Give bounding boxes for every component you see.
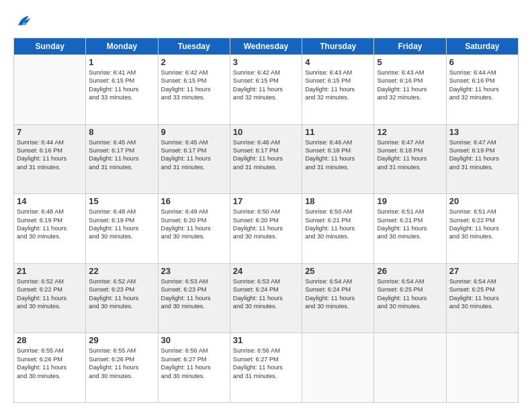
calendar-cell: 24Sunrise: 6:53 AMSunset: 6:24 PMDayligh… bbox=[230, 263, 302, 333]
day-info: Sunrise: 6:46 AMSunset: 6:18 PMDaylight:… bbox=[305, 138, 371, 172]
day-info: Sunrise: 6:55 AMSunset: 6:26 PMDaylight:… bbox=[89, 347, 154, 380]
calendar: SundayMondayTuesdayWednesdayThursdayFrid… bbox=[13, 38, 519, 403]
calendar-cell: 15Sunrise: 6:48 AMSunset: 6:19 PMDayligh… bbox=[86, 194, 158, 264]
calendar-cell: 23Sunrise: 6:53 AMSunset: 6:23 PMDayligh… bbox=[158, 263, 230, 333]
calendar-week-1: 1Sunrise: 6:41 AMSunset: 6:15 PMDaylight… bbox=[14, 55, 519, 125]
day-number: 1 bbox=[89, 57, 154, 67]
day-number: 29 bbox=[89, 335, 154, 345]
page: SundayMondayTuesdayWednesdayThursdayFrid… bbox=[0, 0, 532, 411]
calendar-cell: 17Sunrise: 6:50 AMSunset: 6:20 PMDayligh… bbox=[230, 194, 302, 264]
day-number: 19 bbox=[377, 196, 443, 206]
day-number: 6 bbox=[449, 57, 515, 67]
calendar-header-wednesday: Wednesday bbox=[230, 38, 302, 55]
day-number: 27 bbox=[449, 266, 515, 276]
day-number: 24 bbox=[233, 266, 299, 276]
calendar-header-thursday: Thursday bbox=[302, 38, 374, 55]
day-number: 13 bbox=[449, 127, 515, 137]
calendar-cell: 21Sunrise: 6:52 AMSunset: 6:22 PMDayligh… bbox=[14, 263, 86, 333]
day-info: Sunrise: 6:56 AMSunset: 6:27 PMDaylight:… bbox=[161, 347, 227, 380]
day-info: Sunrise: 6:50 AMSunset: 6:20 PMDaylight:… bbox=[233, 208, 299, 241]
calendar-cell: 18Sunrise: 6:50 AMSunset: 6:21 PMDayligh… bbox=[302, 194, 374, 264]
calendar-cell: 10Sunrise: 6:46 AMSunset: 6:17 PMDayligh… bbox=[230, 124, 302, 194]
logo bbox=[13, 12, 35, 31]
calendar-cell: 27Sunrise: 6:54 AMSunset: 6:25 PMDayligh… bbox=[446, 263, 518, 333]
calendar-cell: 11Sunrise: 6:46 AMSunset: 6:18 PMDayligh… bbox=[302, 124, 374, 194]
day-info: Sunrise: 6:46 AMSunset: 6:17 PMDaylight:… bbox=[233, 138, 299, 172]
calendar-header-monday: Monday bbox=[86, 38, 158, 55]
day-number: 21 bbox=[17, 266, 83, 276]
calendar-cell: 31Sunrise: 6:56 AMSunset: 6:27 PMDayligh… bbox=[230, 333, 302, 403]
day-info: Sunrise: 6:51 AMSunset: 6:22 PMDaylight:… bbox=[449, 208, 515, 241]
calendar-header-row: SundayMondayTuesdayWednesdayThursdayFrid… bbox=[14, 38, 519, 55]
day-number: 31 bbox=[233, 335, 299, 345]
day-info: Sunrise: 6:48 AMSunset: 6:19 PMDaylight:… bbox=[17, 208, 83, 241]
calendar-cell: 7Sunrise: 6:44 AMSunset: 6:16 PMDaylight… bbox=[14, 124, 86, 194]
day-info: Sunrise: 6:48 AMSunset: 6:19 PMDaylight:… bbox=[89, 208, 154, 241]
day-info: Sunrise: 6:45 AMSunset: 6:17 PMDaylight:… bbox=[89, 138, 154, 172]
day-info: Sunrise: 6:44 AMSunset: 6:16 PMDaylight:… bbox=[17, 138, 83, 172]
calendar-cell bbox=[14, 55, 86, 125]
calendar-header-tuesday: Tuesday bbox=[158, 38, 230, 55]
day-number: 9 bbox=[161, 127, 227, 137]
day-number: 3 bbox=[233, 57, 299, 67]
day-number: 12 bbox=[377, 127, 443, 137]
day-number: 7 bbox=[17, 127, 83, 137]
calendar-cell: 20Sunrise: 6:51 AMSunset: 6:22 PMDayligh… bbox=[446, 194, 518, 264]
day-info: Sunrise: 6:49 AMSunset: 6:20 PMDaylight:… bbox=[161, 208, 227, 241]
day-number: 20 bbox=[449, 196, 515, 206]
calendar-cell: 29Sunrise: 6:55 AMSunset: 6:26 PMDayligh… bbox=[86, 333, 158, 403]
calendar-cell: 13Sunrise: 6:47 AMSunset: 6:19 PMDayligh… bbox=[446, 124, 518, 194]
day-info: Sunrise: 6:43 AMSunset: 6:16 PMDaylight:… bbox=[377, 68, 443, 102]
day-number: 4 bbox=[305, 57, 371, 67]
day-info: Sunrise: 6:44 AMSunset: 6:16 PMDaylight:… bbox=[449, 68, 515, 102]
header bbox=[13, 12, 519, 31]
day-number: 22 bbox=[89, 266, 154, 276]
calendar-week-2: 7Sunrise: 6:44 AMSunset: 6:16 PMDaylight… bbox=[14, 124, 519, 194]
day-number: 14 bbox=[17, 196, 83, 206]
day-number: 2 bbox=[161, 57, 227, 67]
calendar-cell: 26Sunrise: 6:54 AMSunset: 6:25 PMDayligh… bbox=[374, 263, 446, 333]
calendar-cell: 3Sunrise: 6:42 AMSunset: 6:15 PMDaylight… bbox=[230, 55, 302, 125]
day-number: 23 bbox=[161, 266, 227, 276]
calendar-cell: 5Sunrise: 6:43 AMSunset: 6:16 PMDaylight… bbox=[374, 55, 446, 125]
calendar-week-3: 14Sunrise: 6:48 AMSunset: 6:19 PMDayligh… bbox=[14, 194, 519, 264]
calendar-cell: 2Sunrise: 6:42 AMSunset: 6:15 PMDaylight… bbox=[158, 55, 230, 125]
day-info: Sunrise: 6:41 AMSunset: 6:15 PMDaylight:… bbox=[89, 68, 154, 102]
day-number: 10 bbox=[233, 127, 299, 137]
day-info: Sunrise: 6:54 AMSunset: 6:25 PMDaylight:… bbox=[449, 277, 515, 311]
day-number: 15 bbox=[89, 196, 154, 206]
calendar-week-5: 28Sunrise: 6:55 AMSunset: 6:26 PMDayligh… bbox=[14, 333, 519, 403]
day-info: Sunrise: 6:42 AMSunset: 6:15 PMDaylight:… bbox=[161, 68, 227, 102]
calendar-cell: 14Sunrise: 6:48 AMSunset: 6:19 PMDayligh… bbox=[14, 194, 86, 264]
day-info: Sunrise: 6:53 AMSunset: 6:23 PMDaylight:… bbox=[161, 277, 227, 311]
day-number: 30 bbox=[161, 335, 227, 345]
day-info: Sunrise: 6:45 AMSunset: 6:17 PMDaylight:… bbox=[161, 138, 227, 172]
calendar-cell: 4Sunrise: 6:43 AMSunset: 6:15 PMDaylight… bbox=[302, 55, 374, 125]
calendar-cell: 16Sunrise: 6:49 AMSunset: 6:20 PMDayligh… bbox=[158, 194, 230, 264]
day-number: 25 bbox=[305, 266, 371, 276]
day-number: 17 bbox=[233, 196, 299, 206]
day-number: 18 bbox=[305, 196, 371, 206]
calendar-header-sunday: Sunday bbox=[14, 38, 86, 55]
day-info: Sunrise: 6:43 AMSunset: 6:15 PMDaylight:… bbox=[305, 68, 371, 102]
calendar-cell: 25Sunrise: 6:54 AMSunset: 6:24 PMDayligh… bbox=[302, 263, 374, 333]
calendar-cell: 12Sunrise: 6:47 AMSunset: 6:18 PMDayligh… bbox=[374, 124, 446, 194]
calendar-cell: 1Sunrise: 6:41 AMSunset: 6:15 PMDaylight… bbox=[86, 55, 158, 125]
calendar-cell bbox=[374, 333, 446, 403]
day-info: Sunrise: 6:55 AMSunset: 6:26 PMDaylight:… bbox=[17, 347, 83, 380]
day-info: Sunrise: 6:47 AMSunset: 6:18 PMDaylight:… bbox=[377, 138, 443, 172]
day-info: Sunrise: 6:56 AMSunset: 6:27 PMDaylight:… bbox=[233, 347, 299, 380]
calendar-cell bbox=[302, 333, 374, 403]
calendar-week-4: 21Sunrise: 6:52 AMSunset: 6:22 PMDayligh… bbox=[14, 263, 519, 333]
day-info: Sunrise: 6:47 AMSunset: 6:19 PMDaylight:… bbox=[449, 138, 515, 172]
day-info: Sunrise: 6:42 AMSunset: 6:15 PMDaylight:… bbox=[233, 68, 299, 102]
calendar-cell: 28Sunrise: 6:55 AMSunset: 6:26 PMDayligh… bbox=[14, 333, 86, 403]
day-number: 8 bbox=[89, 127, 154, 137]
day-number: 5 bbox=[377, 57, 443, 67]
logo-bird-icon bbox=[13, 12, 32, 31]
day-number: 16 bbox=[161, 196, 227, 206]
calendar-header-friday: Friday bbox=[374, 38, 446, 55]
calendar-cell bbox=[446, 333, 518, 403]
day-info: Sunrise: 6:51 AMSunset: 6:21 PMDaylight:… bbox=[377, 208, 443, 241]
day-number: 28 bbox=[17, 335, 83, 345]
